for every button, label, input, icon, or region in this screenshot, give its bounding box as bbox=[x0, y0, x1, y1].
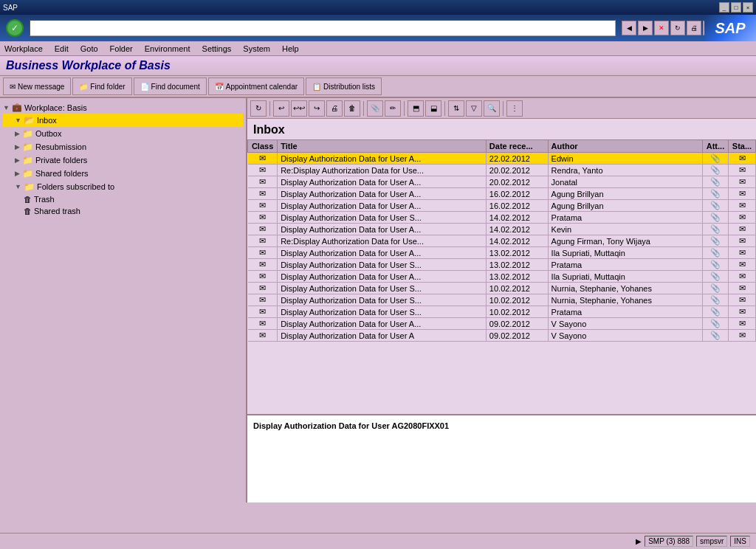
row-sta: ✉ bbox=[729, 165, 756, 176]
tree-item-resubmission[interactable]: ▶ 📁 Resubmission bbox=[3, 140, 243, 153]
trash-icon: 🗑 bbox=[24, 195, 32, 204]
table-row[interactable]: ✉ Display Authorization Data for User A.… bbox=[248, 318, 756, 330]
table-row[interactable]: ✉ Display Authorization Data for User S.… bbox=[248, 259, 756, 271]
tree-item-outbox[interactable]: ▶ 📁 Outbox bbox=[3, 127, 243, 140]
find-document-button[interactable]: 📄 Find document bbox=[134, 77, 207, 95]
sort-button[interactable]: ⇅ bbox=[448, 100, 464, 117]
row-title: Display Authorization Data for User A... bbox=[278, 176, 487, 188]
columns-button[interactable]: ⋮ bbox=[506, 100, 523, 117]
row-sta: ✉ bbox=[729, 294, 756, 306]
table-row[interactable]: ✉ Display Authorization Data for User A.… bbox=[248, 247, 756, 259]
table-row[interactable]: ✉ Display Authorization Data for User S.… bbox=[248, 212, 756, 224]
action-toolbar: ✉ New message 📁 Find folder 📄 Find docum… bbox=[0, 76, 756, 98]
stop-button[interactable]: ✕ bbox=[654, 21, 669, 35]
row-title: Re:Display Authorization Data for Use... bbox=[278, 165, 487, 176]
find-button[interactable]: 🔍 bbox=[484, 100, 500, 117]
tree-item-private-folders[interactable]: ▶ 📁 Private folders bbox=[3, 153, 243, 167]
row-title: Display Authorization Data for User S... bbox=[278, 283, 487, 294]
tree-root[interactable]: ▼ 💼 Workplace: Basis bbox=[3, 101, 243, 114]
forward-button[interactable]: ▶ bbox=[638, 21, 653, 35]
row-author: Nurnia, Stephanie, Yohanes bbox=[548, 283, 702, 294]
sap-logo: SAP bbox=[704, 15, 756, 41]
table-row[interactable]: ✉ Display Authorization Data for User S.… bbox=[248, 306, 756, 318]
filter-button[interactable]: ▽ bbox=[466, 100, 482, 117]
refresh-inbox-button[interactable]: ↻ bbox=[250, 100, 267, 117]
copy-button[interactable]: ⬓ bbox=[425, 100, 441, 117]
attach-button[interactable]: 📎 bbox=[367, 100, 383, 117]
row-att: 📎 bbox=[702, 235, 728, 247]
delete-button[interactable]: 🗑 bbox=[344, 100, 360, 117]
table-row[interactable]: ✉ Display Authorization Data for User A.… bbox=[248, 153, 756, 165]
table-row[interactable]: ✉ Display Authorization Data for User A.… bbox=[248, 271, 756, 283]
toolbar-sep-5 bbox=[503, 101, 504, 116]
row-date: 22.02.2012 bbox=[486, 153, 548, 165]
distribution-lists-button[interactable]: 📋 Distribution lists bbox=[306, 77, 382, 95]
table-row[interactable]: ✉ Display Authorization Data for User S.… bbox=[248, 283, 756, 294]
menu-folder[interactable]: Folder bbox=[109, 44, 134, 53]
inbox-table[interactable]: Class Title Date rece... Author Att... S… bbox=[247, 139, 756, 414]
back-button[interactable]: ◀ bbox=[622, 21, 636, 35]
resubmission-folder-icon: 📁 bbox=[22, 142, 33, 152]
left-panel: ▼ 💼 Workplace: Basis ▼ 📂 Inbox ▶ 📁 Outbo… bbox=[0, 98, 247, 503]
row-date: 16.02.2012 bbox=[486, 188, 548, 200]
forward-button[interactable]: ↪ bbox=[309, 100, 325, 117]
menu-help[interactable]: Help bbox=[281, 44, 300, 53]
row-author: Agung Brillyan bbox=[548, 200, 702, 212]
row-date: 13.02.2012 bbox=[486, 247, 548, 259]
row-author: Kevin bbox=[548, 224, 702, 235]
row-date: 13.02.2012 bbox=[486, 259, 548, 271]
reply-all-button[interactable]: ↩↩ bbox=[291, 100, 307, 117]
table-row[interactable]: ✉ Display Authorization Data for User A.… bbox=[248, 176, 756, 188]
appointment-calendar-button[interactable]: 📅 Appointment calendar bbox=[208, 77, 304, 95]
col-date[interactable]: Date rece... bbox=[486, 140, 548, 153]
find-folder-button[interactable]: 📁 Find folder bbox=[72, 77, 131, 95]
tree-shared-trash-label: Shared trash bbox=[34, 207, 80, 215]
status-smp: SMP (3) 888 bbox=[645, 536, 693, 547]
status-bar: ▶ SMP (3) 888 smpsvr INS bbox=[0, 533, 756, 549]
tree-item-shared-folders[interactable]: ▶ 📁 Shared folders bbox=[3, 167, 243, 180]
tree-item-folders-subscribed[interactable]: ▼ 📁 Folders subscribed to bbox=[3, 180, 243, 193]
table-row[interactable]: ✉ Display Authorization Data for User S.… bbox=[248, 294, 756, 306]
refresh-button[interactable]: ↻ bbox=[670, 21, 685, 35]
row-att: 📎 bbox=[702, 271, 728, 283]
table-row[interactable]: ✉ Display Authorization Data for User A.… bbox=[248, 224, 756, 235]
menu-goto[interactable]: Goto bbox=[79, 44, 100, 53]
address-bar-input[interactable] bbox=[30, 20, 616, 36]
row-author: Pratama bbox=[548, 212, 702, 224]
print-button[interactable]: 🖨 bbox=[687, 21, 701, 35]
tree-item-inbox[interactable]: ▼ 📂 Inbox bbox=[3, 114, 243, 127]
edit-button[interactable]: ✏ bbox=[385, 100, 401, 117]
row-date: 10.02.2012 bbox=[486, 306, 548, 318]
row-date: 13.02.2012 bbox=[486, 271, 548, 283]
print-msg-button[interactable]: 🖨 bbox=[326, 100, 343, 117]
status-icon: ✓ bbox=[6, 19, 24, 37]
find-document-label: Find document bbox=[151, 83, 200, 91]
menu-workplace[interactable]: Workplace bbox=[3, 44, 44, 53]
table-row[interactable]: ✉ Re:Display Authorization Data for Use.… bbox=[248, 235, 756, 247]
row-att: 📎 bbox=[702, 318, 728, 330]
table-row[interactable]: ✉ Display Authorization Data for User A … bbox=[248, 330, 756, 342]
tree-root-label: Workplace: Basis bbox=[24, 103, 87, 112]
distribution-lists-label: Distribution lists bbox=[323, 83, 375, 91]
minimize-button[interactable]: _ bbox=[719, 2, 729, 13]
status-ins: INS bbox=[730, 536, 750, 547]
menu-settings[interactable]: Settings bbox=[201, 44, 233, 53]
tree-item-shared-trash[interactable]: 🗑 Shared trash bbox=[3, 205, 243, 217]
menu-system[interactable]: System bbox=[241, 44, 272, 53]
col-title[interactable]: Title bbox=[278, 140, 487, 153]
col-author[interactable]: Author bbox=[548, 140, 702, 153]
close-button[interactable]: × bbox=[743, 2, 753, 13]
menu-environment[interactable]: Environment bbox=[143, 44, 192, 53]
reply-button[interactable]: ↩ bbox=[273, 100, 289, 117]
menu-edit[interactable]: Edit bbox=[53, 44, 70, 53]
maximize-button[interactable]: □ bbox=[731, 2, 741, 13]
new-message-button[interactable]: ✉ New message bbox=[3, 77, 71, 95]
table-row[interactable]: ✉ Display Authorization Data for User A.… bbox=[248, 200, 756, 212]
table-row[interactable]: ✉ Display Authorization Data for User A.… bbox=[248, 188, 756, 200]
row-title: Display Authorization Data for User A... bbox=[278, 271, 487, 283]
calendar-icon: 📅 bbox=[215, 83, 224, 91]
tree-item-trash[interactable]: 🗑 Trash bbox=[3, 193, 243, 205]
folders-subscribed-expand-icon: ▼ bbox=[15, 183, 21, 190]
table-row[interactable]: ✉ Re:Display Authorization Data for Use.… bbox=[248, 165, 756, 176]
move-button[interactable]: ⬒ bbox=[408, 100, 424, 117]
